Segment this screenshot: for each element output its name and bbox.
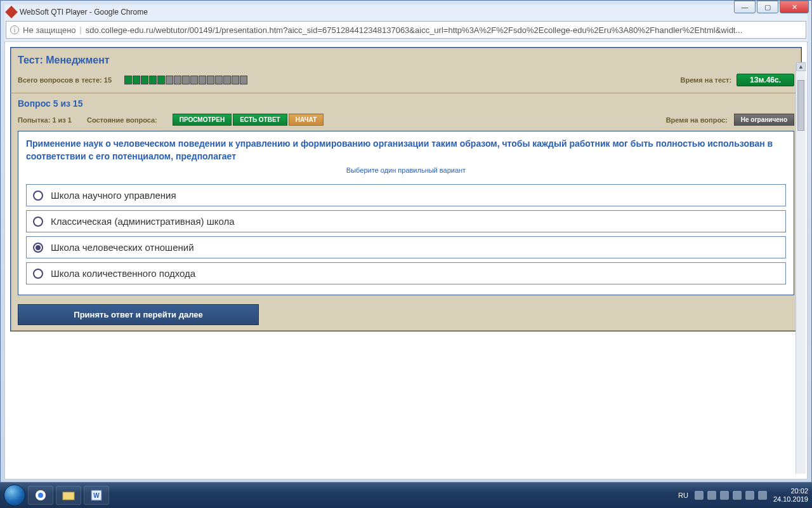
clock[interactable]: 20:02 24.10.2019 [773,487,808,504]
progress-cell [149,76,157,84]
radio-icon [33,190,43,201]
tray-icon[interactable] [758,491,767,500]
badge-answered: ЕСТЬ ОТВЕТ [233,114,287,126]
progress-cell [232,76,239,84]
progress-cell [190,76,198,84]
option-label: Классическая (административная) школа [51,216,235,227]
answer-option[interactable]: Школа количественного подхода [26,262,786,284]
test-frame: Тест: Менеджмент Всего вопросов в тесте:… [10,47,802,331]
start-button[interactable] [4,485,25,506]
question-text: Применение наук о человеческом поведении… [26,138,786,163]
question-body: Применение наук о человеческом поведении… [18,131,794,295]
option-label: Школа количественного подхода [51,268,195,279]
test-header: Тест: Менеджмент Всего вопросов в тесте:… [11,48,801,93]
window-title: WebSoft QTI Player - Google Chrome [20,8,805,17]
progress-cell [199,76,206,84]
url-text: sdo.college-edu.ru/webtutor/00149/1/pres… [86,25,802,35]
maximize-button[interactable]: ▢ [757,1,778,13]
radio-icon [33,217,43,227]
total-questions-label: Всего вопросов в тесте: 15 [18,76,112,84]
svg-text:W: W [93,492,100,499]
taskbar-chrome-icon[interactable] [28,486,53,505]
submit-answer-button[interactable]: Принять ответ и перейти далее [18,304,259,325]
tray-icon[interactable] [695,491,704,500]
taskbar-word-icon[interactable]: W [84,486,109,505]
question-time-label: Время на вопрос: [666,116,728,124]
progress-cell [174,76,181,84]
answer-option[interactable]: Классическая (административная) школа [26,210,786,232]
badge-viewed: ПРОСМОТРЕН [173,114,232,126]
progress-cell [133,76,140,84]
taskbar-explorer-icon[interactable] [56,486,81,505]
attempt-label: Попытка: 1 из 1 [18,116,72,124]
system-tray[interactable] [695,491,767,500]
scroll-thumb[interactable] [797,80,804,131]
progress-cell [157,76,165,84]
option-label: Школа научного управления [51,190,176,201]
tray-icon[interactable] [707,491,716,500]
websoft-favicon [5,6,18,18]
test-timer: 13м.46с. [737,74,794,86]
language-indicator[interactable]: RU [678,491,688,499]
tray-icon[interactable] [733,491,742,500]
not-secure-label: Не защищено [23,25,76,35]
option-label: Школа человеческих отношений [51,242,194,253]
test-time-label: Время на тест: [680,76,731,84]
badge-started: НАЧАТ [289,114,324,126]
tray-icon[interactable] [720,491,729,500]
vertical-scrollbar[interactable]: ▲ [796,62,806,474]
progress-cell [182,76,190,84]
progress-cell [124,76,132,84]
state-label: Состояние вопроса: [87,116,157,124]
progress-cell [141,76,148,84]
question-instruction: Выберите один правильный вариант [26,163,786,180]
address-bar[interactable]: i Не защищено | sdo.college-edu.ru/webtu… [6,21,806,39]
progress-bar [124,76,247,84]
svg-rect-2 [63,492,74,500]
radio-icon [33,243,43,253]
svg-point-1 [38,493,43,498]
title-bar: WebSoft QTI Player - Google Chrome — ▢ ✕ [4,4,808,20]
radio-icon [33,269,43,279]
test-title: Тест: Менеджмент [18,52,794,71]
answer-option[interactable]: Школа научного управления [26,184,786,206]
progress-cell [207,76,214,84]
progress-cell [240,76,247,84]
question-header-block: Вопрос 5 из 15 Попытка: 1 из 1 Состояние… [11,93,801,331]
site-info-icon[interactable]: i [10,25,19,34]
tray-icon[interactable] [745,491,754,500]
taskbar: W RU 20:02 24.10.2019 [0,483,812,508]
answer-option[interactable]: Школа человеческих отношений [26,236,786,258]
page-content: ▲ Тест: Менеджмент Всего вопросов в тест… [4,41,808,479]
progress-cell [166,76,173,84]
question-number: Вопрос 5 из 15 [18,96,794,114]
scroll-up-arrow[interactable]: ▲ [796,62,806,71]
browser-window: WebSoft QTI Player - Google Chrome — ▢ ✕… [0,0,812,483]
minimize-button[interactable]: — [734,1,756,13]
progress-cell [223,76,231,84]
question-time-value: Не ограничено [734,114,794,126]
progress-cell [215,76,223,84]
close-button[interactable]: ✕ [780,1,809,13]
